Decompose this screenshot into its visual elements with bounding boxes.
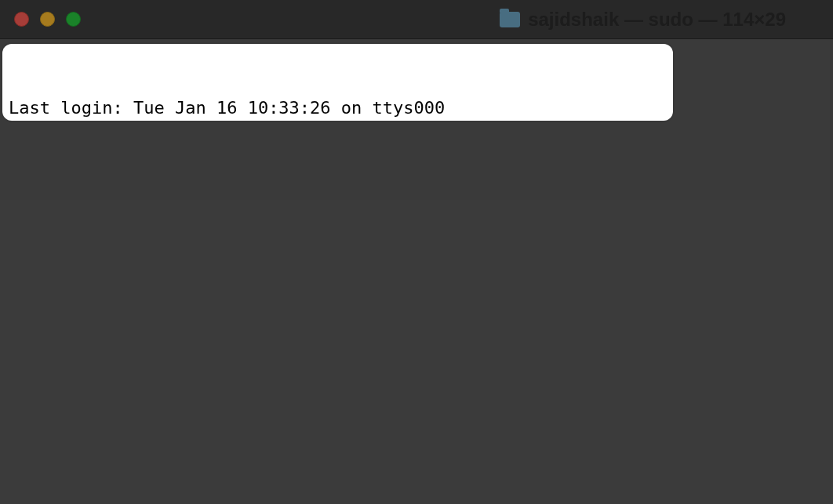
close-button[interactable] [14,12,29,27]
traffic-lights [14,12,81,27]
window-titlebar: sajidshaik — sudo — 114×29 [0,0,833,39]
maximize-button[interactable] [66,12,81,27]
window-title-group: sajidshaik — sudo — 114×29 [500,9,786,31]
minimize-button[interactable] [40,12,55,27]
window-title: sajidshaik — sudo — 114×29 [528,9,786,31]
last-login-line: Last login: Tue Jan 16 10:33:26 on ttys0… [9,96,667,120]
folder-icon [500,12,520,27]
terminal-highlight[interactable]: Last login: Tue Jan 16 10:33:26 on ttys0… [2,44,673,121]
